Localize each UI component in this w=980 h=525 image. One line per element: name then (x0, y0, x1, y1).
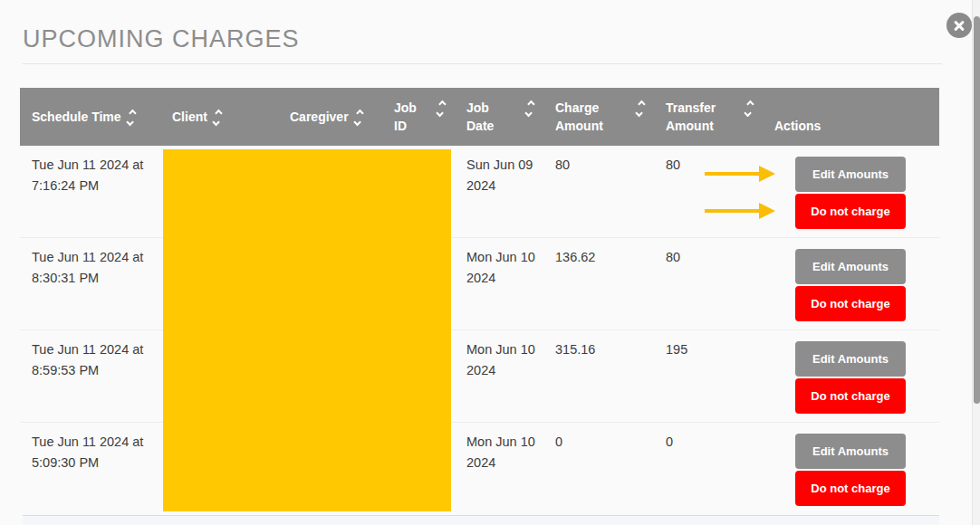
sort-icon (129, 110, 134, 125)
sort-icon (356, 110, 361, 125)
transfer-amount-value: 80 (666, 247, 755, 268)
edit-amounts-button[interactable]: Edit Amounts (795, 341, 906, 377)
column-label: Client (172, 108, 207, 126)
scrollbar-thumb[interactable] (974, 16, 980, 404)
cell-schedule-time: Tue Jun 11 2024 at 5:09:30 PM (20, 423, 160, 515)
cell-charge-amount: 0 (543, 423, 654, 515)
charge-amount-value: 80 (555, 155, 647, 176)
column-label: Charge (555, 99, 599, 117)
cell-transfer-amount: 195 (654, 330, 763, 422)
column-label: Job (466, 99, 489, 117)
schedule-time-line2: 8:59:53 PM (32, 360, 153, 381)
do-not-charge-button[interactable]: Do not charge (795, 471, 906, 506)
schedule-time-line2: 7:16:24 PM (32, 176, 153, 196)
column-label: Job (394, 99, 417, 117)
schedule-time-line1: Tue Jun 11 2024 at (32, 247, 153, 268)
dnc-annotation-arrow-icon (705, 203, 775, 219)
schedule-time-line1: Tue Jun 11 2024 at (32, 432, 153, 453)
column-header-charge-amount[interactable]: ChargeAmount (543, 88, 654, 146)
schedule-time-line2: 5:09:30 PM (32, 453, 153, 473)
column-label: Amount (555, 117, 603, 135)
page-title: UPCOMING CHARGES (23, 25, 300, 53)
cell-charge-amount: 80 (543, 146, 654, 237)
column-header-client[interactable]: Client (160, 88, 278, 146)
column-label: Date (466, 117, 494, 135)
charge-amount-value: 315.16 (555, 339, 647, 360)
cell-job-date: Sun Jun 09 2024 (455, 146, 543, 237)
column-label: Transfer (666, 99, 716, 117)
table-row: Tue Jun 11 2024 at 7:16:24 PM Sun Jun 09… (20, 146, 939, 238)
charge-amount-value: 136.62 (555, 247, 647, 268)
column-header-job-id[interactable]: JobID (382, 88, 455, 146)
cell-actions: Edit Amounts Do not charge (763, 238, 939, 329)
charge-amount-value: 0 (555, 432, 647, 453)
column-header-schedule-time[interactable]: Schedule Time (20, 88, 160, 146)
column-label: Caregiver (290, 108, 349, 126)
title-divider (23, 63, 942, 64)
job-date-line1: Mon Jun 10 (466, 432, 536, 453)
column-label: ID (394, 117, 407, 135)
do-not-charge-button[interactable]: Do not charge (795, 286, 906, 321)
sort-icon (527, 100, 533, 116)
job-date-line2: 2024 (466, 268, 536, 289)
column-header-job-date[interactable]: JobDate (455, 88, 543, 146)
column-header-caregiver[interactable]: Caregiver (278, 88, 382, 146)
sort-icon (215, 110, 220, 125)
table-row: Tue Jun 11 2024 at 8:59:53 PM Mon Jun 10… (20, 330, 939, 423)
cell-job-date: Mon Jun 10 2024 (455, 330, 543, 422)
sort-icon (746, 100, 752, 116)
cell-schedule-time: Tue Jun 11 2024 at 8:59:53 PM (20, 330, 160, 422)
cell-actions: Edit Amounts Do not charge (763, 146, 939, 237)
cell-schedule-time: Tue Jun 11 2024 at 7:16:24 PM (20, 146, 160, 237)
cell-job-date: Mon Jun 10 2024 (455, 238, 543, 329)
cell-schedule-time: Tue Jun 11 2024 at 8:30:31 PM (20, 238, 160, 329)
cell-charge-amount: 136.62 (543, 238, 654, 329)
job-date-line2: 2024 (466, 176, 536, 196)
sort-icon (638, 100, 643, 116)
column-label: Actions (774, 117, 821, 135)
schedule-time-line1: Tue Jun 11 2024 at (32, 155, 153, 176)
transfer-amount-value: 195 (666, 339, 755, 360)
schedule-time-line1: Tue Jun 11 2024 at (32, 339, 153, 360)
schedule-time-line2: 8:30:31 PM (32, 268, 153, 289)
table-row: Tue Jun 11 2024 at 8:30:31 PM Mon Jun 10… (20, 238, 939, 330)
scrollbar-track[interactable] (972, 0, 980, 525)
cell-job-date: Mon Jun 10 2024 (455, 423, 543, 515)
edit-amounts-button[interactable]: Edit Amounts (795, 249, 906, 284)
column-label: Amount (666, 117, 714, 135)
edit-annotation-arrow-icon (705, 166, 775, 182)
cell-actions: Edit Amounts Do not charge (763, 330, 939, 422)
job-date-line1: Mon Jun 10 (466, 339, 536, 360)
sort-icon (438, 100, 444, 116)
cell-actions: Edit Amounts Do not charge (763, 423, 939, 515)
job-date-line2: 2024 (466, 360, 536, 381)
cell-transfer-amount: 80 (654, 238, 763, 329)
job-date-line1: Mon Jun 10 (466, 247, 536, 268)
do-not-charge-button[interactable]: Do not charge (795, 378, 906, 414)
table-header-row: Schedule TimeClientCaregiverJobIDJobDate… (20, 88, 939, 146)
edit-amounts-button[interactable]: Edit Amounts (795, 434, 906, 469)
upcoming-charges-table: Schedule TimeClientCaregiverJobIDJobDate… (20, 88, 939, 515)
edit-amounts-button[interactable]: Edit Amounts (795, 157, 906, 192)
table-row: Tue Jun 11 2024 at 5:09:30 PM Mon Jun 10… (20, 423, 939, 515)
cell-charge-amount: 315.16 (543, 330, 654, 422)
close-button[interactable] (946, 13, 972, 38)
do-not-charge-button[interactable]: Do not charge (795, 194, 906, 229)
cell-transfer-amount: 0 (654, 423, 763, 515)
cell-transfer-amount: 80 (654, 146, 763, 237)
job-date-line2: 2024 (466, 453, 536, 473)
column-label: Schedule Time (32, 108, 121, 126)
table-body: Tue Jun 11 2024 at 7:16:24 PM Sun Jun 09… (20, 146, 939, 515)
column-header-transfer-amount[interactable]: TransferAmount (654, 88, 763, 146)
transfer-amount-value: 0 (666, 432, 755, 453)
column-header-actions: Actions (763, 88, 939, 146)
job-date-line1: Sun Jun 09 (466, 155, 536, 176)
footer-strip (23, 515, 939, 525)
redaction-overlay (163, 149, 451, 511)
